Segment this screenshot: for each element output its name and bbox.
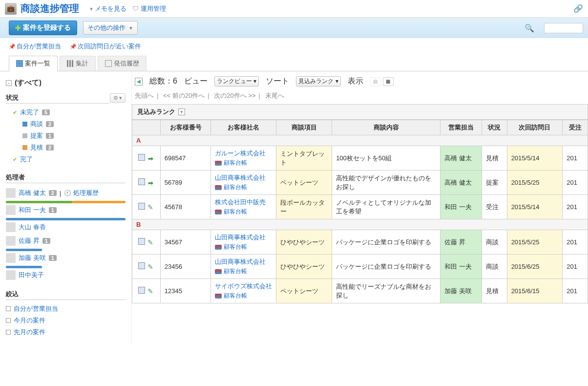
view-icon[interactable]: [138, 203, 145, 210]
collapse-icon[interactable]: -: [6, 80, 12, 86]
view-icon[interactable]: [138, 154, 145, 161]
ref-link[interactable]: 顧客台帳: [224, 159, 247, 167]
tab-list[interactable]: 案件一覧: [9, 56, 58, 71]
column-header[interactable]: 営業担当: [441, 120, 482, 135]
cell-status: 商談: [482, 230, 507, 255]
pin-icon: 📌: [70, 43, 77, 49]
tab-aggregate[interactable]: 集計: [60, 56, 96, 71]
settings-button[interactable]: ⚙▾: [110, 93, 126, 103]
column-header[interactable]: 商談項目: [276, 120, 332, 135]
ref-link[interactable]: 顧客台帳: [224, 208, 247, 216]
edit-icon[interactable]: ✎: [147, 287, 154, 294]
person-item[interactable]: 大山 春香: [6, 220, 126, 234]
group-label: B: [132, 219, 588, 230]
search-input[interactable]: [544, 23, 583, 33]
back-icon[interactable]: ◀: [135, 78, 143, 86]
cell-order: 201: [563, 255, 588, 279]
column-header[interactable]: 次回訪問日: [507, 120, 563, 135]
cell-item: ひやひやシーツ: [276, 255, 332, 279]
ref-link[interactable]: 顧客台帳: [224, 183, 247, 192]
cell-order: 201: [563, 146, 588, 171]
check-icon: ✔: [13, 156, 17, 163]
pager-last[interactable]: 末尾へ: [265, 92, 284, 99]
company-link[interactable]: 株式会社田中販売: [215, 198, 266, 206]
cell-order: 201: [563, 171, 588, 195]
column-header[interactable]: お客様社名: [211, 120, 276, 135]
filter-item[interactable]: 先月の案件: [6, 326, 126, 338]
view-mode-1[interactable]: ▤: [370, 77, 381, 86]
register-button[interactable]: ✚案件を登録する: [9, 21, 77, 35]
person-item[interactable]: 和田 一夫1: [6, 203, 126, 217]
dropdown-icon[interactable]: ▼: [178, 108, 185, 115]
filter-my-sales[interactable]: 📌自分が営業担当: [9, 42, 61, 51]
gear-icon: ⚙: [113, 95, 118, 101]
person-name: 高橋 健太: [19, 189, 46, 197]
filter-near-visit[interactable]: 📌次回訪問日が近い案件: [70, 42, 141, 51]
column-header[interactable]: 受注: [563, 120, 588, 135]
cell-content: パッケージに企業ロゴを印刷する: [332, 230, 441, 255]
view-select[interactable]: ランクビュー ▾: [214, 76, 259, 86]
arrow-icon[interactable]: ➡: [147, 155, 154, 162]
memo-link[interactable]: ▼メモを見る: [89, 4, 126, 13]
status-estimate[interactable]: 見積2: [6, 142, 110, 153]
other-operations-button[interactable]: その他の操作▼: [83, 21, 138, 35]
ref-link[interactable]: 顧客台帳: [224, 267, 247, 276]
admin-link[interactable]: 🛡 運用管理: [132, 4, 166, 13]
pager-first[interactable]: 先頭へ: [135, 92, 154, 99]
tab-log[interactable]: 発信履歴: [98, 56, 147, 71]
column-header[interactable]: [132, 120, 161, 135]
total-count: 総数：6: [149, 76, 177, 86]
edit-icon[interactable]: ✎: [147, 263, 154, 270]
sort-select[interactable]: 見込みランク ▾: [296, 76, 340, 86]
cell-date: 2015/5/14: [507, 195, 563, 219]
group-header: 見込みランク ▼: [132, 104, 588, 120]
pager-next[interactable]: 次の20件へ >>: [214, 92, 255, 99]
view-icon[interactable]: [138, 238, 145, 245]
ref-link[interactable]: 顧客台帳: [224, 292, 247, 300]
cell-order: 201: [563, 230, 588, 255]
avatar: [6, 222, 16, 232]
column-header[interactable]: 状況: [482, 120, 507, 135]
cell-date: 2015/6/15: [507, 279, 563, 303]
company-link[interactable]: 山田商事株式会社: [215, 234, 266, 241]
status-complete[interactable]: ✔完了: [6, 153, 110, 165]
column-header[interactable]: お客様番号: [160, 120, 210, 135]
company-link[interactable]: サイボウズ株式会社: [215, 282, 272, 290]
company-link[interactable]: 山田商事株式会社: [215, 258, 266, 265]
person-item[interactable]: 佐藤 昇1: [6, 234, 126, 248]
view-icon[interactable]: [138, 262, 145, 269]
status-negotiation[interactable]: 商談2: [6, 118, 110, 130]
person-name: 大山 春香: [19, 223, 46, 232]
edit-icon[interactable]: ✎: [147, 238, 154, 245]
view-icon[interactable]: [138, 287, 145, 294]
cell-company: 山田商事株式会社顧客台帳: [211, 171, 276, 195]
view-mode-2[interactable]: ▦: [383, 77, 394, 86]
person-name: 佐藤 昇: [19, 236, 40, 245]
person-item[interactable]: 田中美子: [6, 268, 126, 282]
cell-sales: 高橋 健太: [441, 146, 482, 171]
history-link[interactable]: 🕘 処理履歴: [64, 189, 99, 197]
arrow-icon[interactable]: ➡: [147, 179, 154, 186]
tree-all[interactable]: -(すべて): [6, 78, 126, 87]
search-icon[interactable]: 🔍: [525, 23, 534, 33]
cell-sales: 加藤 美咲: [441, 279, 482, 303]
person-item[interactable]: 加藤 美咲1: [6, 251, 126, 265]
filter-item[interactable]: 自分が営業担当: [6, 303, 126, 315]
person-item[interactable]: 高橋 健太2| 🕘 処理履歴: [6, 186, 126, 200]
filter-item[interactable]: 今月の案件: [6, 315, 126, 326]
cell-number: 34567: [160, 230, 210, 255]
cell-content: 高性能でリーズナブルな商材をお探し: [332, 279, 441, 303]
status-proposal[interactable]: 提案1: [6, 130, 110, 142]
square-icon: [22, 133, 27, 138]
table-row: ✎12345サイボウズ株式会社顧客台帳ペットシーツ高性能でリーズナブルな商材をお…: [132, 279, 588, 303]
view-icon[interactable]: [138, 178, 145, 185]
status-incomplete[interactable]: ✔未完了5: [6, 107, 110, 118]
pager-prev[interactable]: << 前の20件へ: [163, 92, 205, 99]
company-link[interactable]: 山田商事株式会社: [215, 174, 266, 181]
company-link[interactable]: ガルーン株式会社: [215, 150, 266, 157]
ref-icon: [215, 294, 222, 299]
ref-link[interactable]: 顧客台帳: [224, 243, 247, 251]
edit-icon[interactable]: ✎: [147, 203, 154, 210]
column-header[interactable]: 商談内容: [332, 120, 441, 135]
link-icon[interactable]: 🔗: [573, 4, 583, 13]
